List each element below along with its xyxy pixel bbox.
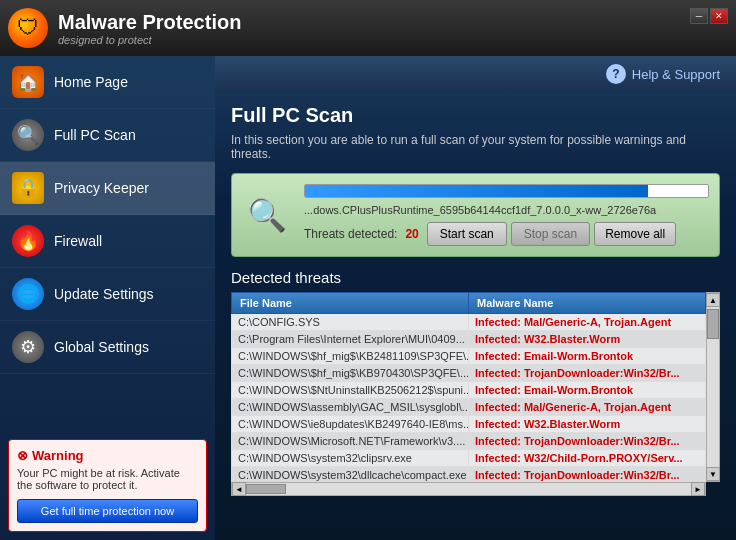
cell-malware: Infected: Email-Worm.Brontok <box>469 348 706 365</box>
sidebar-item-firewall[interactable]: 🔥 Firewall <box>0 215 215 268</box>
threats-label: Threats detected: <box>304 227 397 241</box>
sidebar-item-update-label: Update Settings <box>54 286 154 302</box>
scan-box: 🔍 ...dows.CPlusPlusRuntime_6595b64144ccf… <box>231 173 720 257</box>
cell-malware: Infected: W32.Blaster.Worm <box>469 331 706 348</box>
cell-malware: Infected: W32/Child-Porn.PROXY/Serv... <box>469 450 706 467</box>
sidebar-item-home[interactable]: 🏠 Home Page <box>0 56 215 109</box>
scan-progress-bar <box>304 184 709 198</box>
cell-malware: Infected: TrojanDownloader:Win32/Br... <box>469 365 706 382</box>
sidebar-item-privacy[interactable]: 🔒 Privacy Keeper <box>0 162 215 215</box>
warning-box: ⊗ Warning Your PC might be at risk. Acti… <box>8 439 207 532</box>
sidebar-item-scan[interactable]: 🔍 Full PC Scan <box>0 109 215 162</box>
app-title: Malware Protection <box>58 11 241 34</box>
global-icon: ⚙ <box>12 331 44 363</box>
table-row: C:\Program Files\Internet Explorer\MUI\0… <box>232 331 706 348</box>
cell-filename: C:\WINDOWS\$hf_mig$\KB970430\SP3QFE\... <box>232 365 469 382</box>
sidebar-item-scan-label: Full PC Scan <box>54 127 136 143</box>
scroll-up-button[interactable]: ▲ <box>706 293 720 307</box>
warning-icon: ⊗ <box>17 448 28 463</box>
table-row: C:\WINDOWS\system32\clipsrv.exeInfected:… <box>232 450 706 467</box>
cell-filename: C:\WINDOWS\assembly\GAC_MSIL\sysglobl\..… <box>232 399 469 416</box>
home-icon: 🏠 <box>12 66 44 98</box>
cell-malware: Infected: W32.Blaster.Worm <box>469 416 706 433</box>
warning-title: ⊗ Warning <box>17 448 198 463</box>
threats-count: 20 <box>405 227 418 241</box>
privacy-icon: 🔒 <box>12 172 44 204</box>
app-subtitle: designed to protect <box>58 34 241 46</box>
cell-filename: C:\WINDOWS\system32\dllcache\compact.exe <box>232 467 469 483</box>
help-bar: ? Help & Support <box>215 56 736 92</box>
cell-malware: Infected: Mal/Generic-A, Trojan.Agent <box>469 314 706 331</box>
minimize-button[interactable]: ─ <box>690 8 708 24</box>
help-support-link[interactable]: ? Help & Support <box>606 64 720 84</box>
threats-table-wrapper: File Name Malware Name C:\CONFIG.SYSInfe… <box>231 292 720 482</box>
help-label: Help & Support <box>632 67 720 82</box>
help-icon: ? <box>606 64 626 84</box>
page-desc: In this section you are able to run a fu… <box>231 133 720 161</box>
page-title: Full PC Scan <box>231 104 720 127</box>
sidebar-item-privacy-label: Privacy Keeper <box>54 180 149 196</box>
sidebar: 🏠 Home Page 🔍 Full PC Scan 🔒 Privacy Kee… <box>0 56 215 540</box>
scan-buttons: Start scan Stop scan Remove all <box>427 222 676 246</box>
scroll-h-thumb[interactable] <box>246 484 286 494</box>
sidebar-item-global-label: Global Settings <box>54 339 149 355</box>
scroll-track <box>246 483 691 495</box>
title-bar: Malware Protection designed to protect ─… <box>0 0 736 56</box>
cell-filename: C:\CONFIG.SYS <box>232 314 469 331</box>
scroll-down-button[interactable]: ▼ <box>706 467 720 481</box>
content-area: ? Help & Support Full PC Scan In this se… <box>215 56 736 540</box>
cell-filename: C:\WINDOWS\$NtUninstallKB2506212$\spuni.… <box>232 382 469 399</box>
scan-progress-fill <box>305 185 648 197</box>
page-content: Full PC Scan In this section you are abl… <box>215 92 736 540</box>
cell-filename: C:\WINDOWS\ie8updates\KB2497640-IE8\ms..… <box>232 416 469 433</box>
scan-file-text: ...dows.CPlusPlusRuntime_6595b64144ccf1d… <box>304 204 709 216</box>
scan-icon: 🔍 <box>12 119 44 151</box>
table-row: C:\WINDOWS\$hf_mig$\KB2481109\SP3QFE\...… <box>232 348 706 365</box>
sidebar-item-global[interactable]: ⚙ Global Settings <box>0 321 215 374</box>
cell-filename: C:\Program Files\Internet Explorer\MUI\0… <box>232 331 469 348</box>
col-malware: Malware Name <box>469 293 706 314</box>
sidebar-item-update[interactable]: 🌐 Update Settings <box>0 268 215 321</box>
scroll-right-button[interactable]: ► <box>691 482 705 496</box>
cell-malware: Infected: Mal/Generic-A, Trojan.Agent <box>469 399 706 416</box>
table-row: C:\WINDOWS\$NtUninstallKB2506212$\spuni.… <box>232 382 706 399</box>
table-header-row: File Name Malware Name <box>232 293 706 314</box>
table-row: C:\WINDOWS\system32\dllcache\compact.exe… <box>232 467 706 483</box>
cell-malware: Infected: Email-Worm.Brontok <box>469 382 706 399</box>
warning-text: Your PC might be at risk. Activate the s… <box>17 467 198 491</box>
cell-malware: Infected: TrojanDownloader:Win32/Br... <box>469 433 706 450</box>
horizontal-scrollbar[interactable]: ◄ ► <box>231 482 706 496</box>
app-logo <box>8 8 48 48</box>
window-controls: ─ ✕ <box>690 8 728 24</box>
get-protection-button[interactable]: Get full time protection now <box>17 499 198 523</box>
sidebar-item-firewall-label: Firewall <box>54 233 102 249</box>
start-scan-button[interactable]: Start scan <box>427 222 507 246</box>
title-text: Malware Protection designed to protect <box>58 11 241 46</box>
table-row: C:\WINDOWS\$hf_mig$\KB970430\SP3QFE\...I… <box>232 365 706 382</box>
table-row: C:\WINDOWS\assembly\GAC_MSIL\sysglobl\..… <box>232 399 706 416</box>
scroll-left-button[interactable]: ◄ <box>232 482 246 496</box>
scan-info: ...dows.CPlusPlusRuntime_6595b64144ccf1d… <box>304 184 709 246</box>
threats-section: Detected threats File Name Malware Name <box>231 269 720 496</box>
cell-filename: C:\WINDOWS\Microsoft.NET\Framework\v3...… <box>232 433 469 450</box>
cell-malware: Infected: TrojanDownloader:Win32/Br... <box>469 467 706 483</box>
firewall-icon: 🔥 <box>12 225 44 257</box>
scanning-icon: 🔍 <box>242 190 292 240</box>
stop-scan-button[interactable]: Stop scan <box>511 222 590 246</box>
update-icon: 🌐 <box>12 278 44 310</box>
table-row: C:\CONFIG.SYSInfected: Mal/Generic-A, Tr… <box>232 314 706 331</box>
threats-section-title: Detected threats <box>231 269 720 286</box>
remove-all-button[interactable]: Remove all <box>594 222 676 246</box>
sidebar-item-home-label: Home Page <box>54 74 128 90</box>
table-row: C:\WINDOWS\ie8updates\KB2497640-IE8\ms..… <box>232 416 706 433</box>
scroll-thumb[interactable] <box>707 309 719 339</box>
main-layout: 🏠 Home Page 🔍 Full PC Scan 🔒 Privacy Kee… <box>0 56 736 540</box>
threats-line: Threats detected: 20 Start scan Stop sca… <box>304 222 709 246</box>
col-filename: File Name <box>232 293 469 314</box>
vertical-scrollbar[interactable]: ▲ ▼ <box>706 292 720 482</box>
table-row: C:\WINDOWS\Microsoft.NET\Framework\v3...… <box>232 433 706 450</box>
threats-table: File Name Malware Name C:\CONFIG.SYSInfe… <box>231 292 706 482</box>
cell-filename: C:\WINDOWS\$hf_mig$\KB2481109\SP3QFE\... <box>232 348 469 365</box>
close-button[interactable]: ✕ <box>710 8 728 24</box>
cell-filename: C:\WINDOWS\system32\clipsrv.exe <box>232 450 469 467</box>
